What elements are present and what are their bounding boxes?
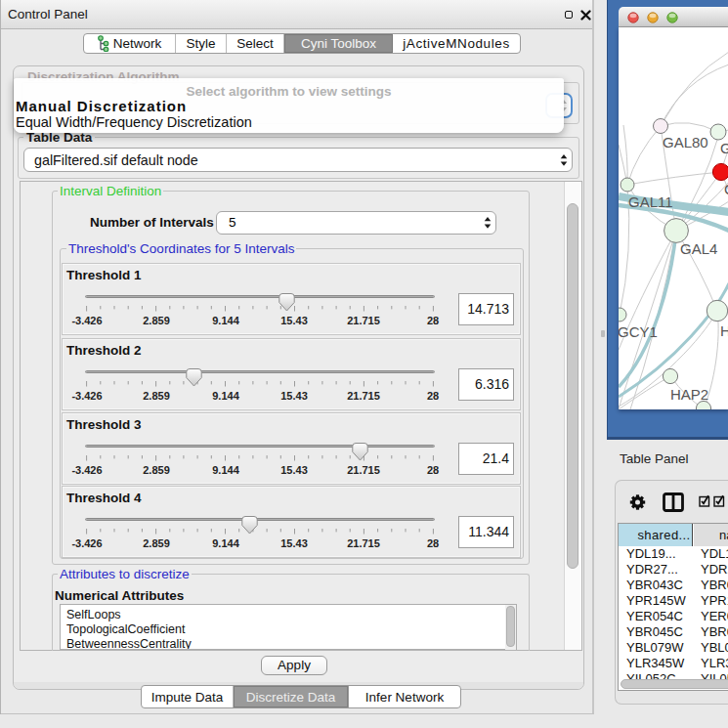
svg-text:HAP2: HAP2: [670, 386, 708, 403]
svg-text:GAL4: GAL4: [680, 240, 717, 257]
svg-text:CD: CD: [724, 181, 728, 197]
svg-text:GA: GA: [720, 140, 728, 156]
svg-text:GAL80: GAL80: [663, 134, 708, 150]
svg-text:GCY1: GCY1: [619, 323, 658, 340]
svg-text:GAL11: GAL11: [628, 193, 673, 210]
svg-text:H: H: [720, 322, 728, 339]
